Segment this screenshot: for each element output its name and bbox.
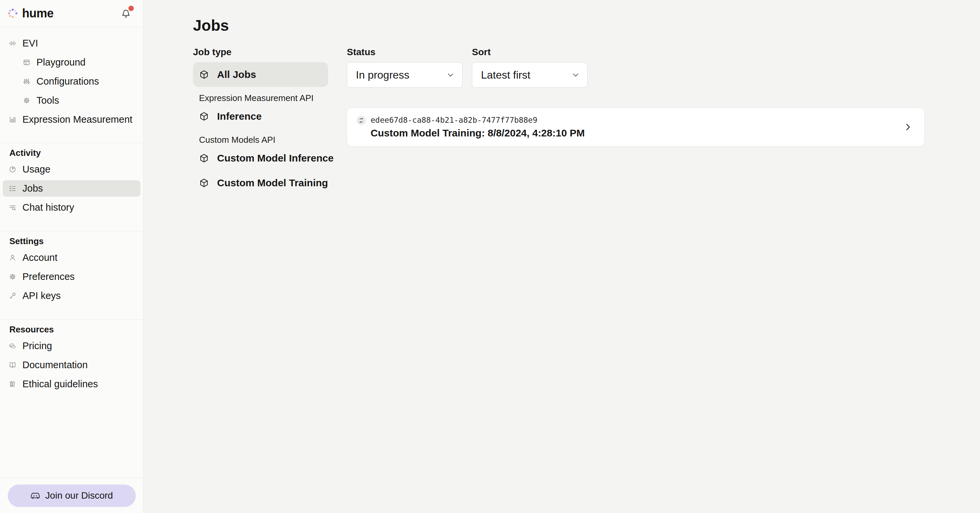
job-type-filter: Job type All Jobs Expression Measurement…	[193, 48, 328, 195]
pie-chart-icon	[9, 165, 16, 173]
sidebar-item-label: Ethical guidelines	[22, 378, 98, 390]
sidebar-item-label: Preferences	[22, 271, 75, 282]
sidebar-item-api-keys[interactable]: API keys	[0, 286, 143, 305]
logo-text: hume	[22, 6, 54, 21]
job-id: edee67d8-ca88-4b21-a82b-7477f77b88e9	[371, 115, 585, 125]
sidebar-item-label: Documentation	[22, 359, 88, 370]
gear-icon	[9, 273, 16, 281]
sidebar-item-label: Account	[22, 252, 57, 263]
sidebar-item-evi[interactable]: EVI	[0, 34, 143, 53]
nav-section-evi: EVI Playground	[0, 27, 143, 143]
sidebar-item-configurations[interactable]: Configurations	[0, 72, 143, 91]
notifications-button[interactable]	[120, 8, 132, 19]
cube-icon	[199, 153, 209, 163]
job-title: Custom Model Training: 8/8/2024, 4:28:10…	[371, 127, 585, 139]
sidebar-item-usage[interactable]: Usage	[0, 160, 143, 179]
job-type-all-jobs[interactable]: All Jobs	[193, 62, 328, 87]
section-title: Activity	[0, 146, 143, 160]
book-icon	[9, 361, 16, 369]
job-type-group-header: Expression Measurement API	[193, 94, 328, 103]
page-title: Jobs	[193, 17, 924, 33]
sidebar-item-chat-history[interactable]: Chat history	[0, 198, 143, 217]
sidebar-item-label: Jobs	[22, 183, 43, 194]
sort-select-value: Latest first	[481, 69, 530, 81]
sliders-icon	[23, 78, 30, 85]
sidebar-item-jobs[interactable]: Jobs	[3, 180, 140, 197]
sidebar-item-account[interactable]: Account	[0, 248, 143, 267]
job-type-item-label: Inference	[217, 111, 262, 122]
nav-section-activity: Activity Usage Job	[0, 143, 143, 231]
sort-filter: Sort Latest first	[472, 48, 588, 87]
sidebar-item-label: Expression Measurement	[22, 114, 132, 125]
chevron-down-icon	[571, 70, 581, 80]
unread-badge	[129, 6, 134, 11]
hume-logo[interactable]: hume	[7, 6, 54, 21]
sidebar-item-label: Usage	[22, 164, 51, 175]
join-discord-button[interactable]: Join our Discord	[8, 484, 136, 507]
sidebar-item-tools[interactable]: Tools	[0, 91, 143, 110]
gear-icon	[23, 97, 30, 104]
job-type-item-label: Custom Model Inference	[217, 152, 334, 164]
discord-icon	[30, 491, 40, 501]
job-status-bubble	[356, 116, 366, 125]
sidebar-nav: EVI Playground	[0, 27, 143, 478]
sidebar-item-label: Pricing	[22, 340, 52, 351]
hume-logo-dots-icon	[7, 7, 19, 19]
job-type-item-label: All Jobs	[217, 69, 256, 80]
cube-icon	[199, 178, 209, 188]
sort-select[interactable]: Latest first	[472, 62, 588, 87]
sidebar: hume EVI	[0, 0, 143, 513]
status-label: Status	[347, 48, 463, 57]
job-type-inference[interactable]: Inference	[193, 104, 328, 129]
cube-icon	[199, 70, 209, 79]
status-filter: Status In progress	[347, 48, 463, 87]
sidebar-item-expression-measurement[interactable]: Expression Measurement	[0, 110, 143, 129]
section-title: Resources	[0, 322, 143, 337]
job-type-custom-model-training[interactable]: Custom Model Training	[193, 170, 328, 195]
chat-history-icon	[9, 204, 16, 211]
section-title: Settings	[0, 234, 143, 248]
main-content: Jobs Job type All Jobs Expression Measur…	[143, 0, 980, 513]
key-icon	[9, 292, 16, 300]
nav-section-resources: Resources Pricing	[0, 319, 143, 394]
cube-icon	[199, 111, 209, 121]
sidebar-item-label: Configurations	[37, 76, 99, 87]
bar-chart-icon	[9, 116, 16, 123]
sidebar-item-label: Chat history	[22, 202, 74, 213]
sync-icon	[358, 118, 364, 123]
coins-icon	[9, 342, 16, 350]
job-type-group-header: Custom Models API	[193, 135, 328, 145]
job-card[interactable]: edee67d8-ca88-4b21-a82b-7477f77b88e9 Cus…	[347, 108, 924, 146]
sidebar-item-label: API keys	[22, 290, 60, 301]
nav-section-settings: Settings Account P	[0, 231, 143, 319]
books-icon	[9, 380, 16, 388]
status-select[interactable]: In progress	[347, 62, 463, 87]
discord-button-label: Join our Discord	[45, 490, 113, 501]
sidebar-item-label: Tools	[37, 95, 59, 106]
chevron-right-icon	[903, 122, 913, 132]
waveform-icon	[9, 40, 16, 47]
sort-label: Sort	[472, 48, 588, 57]
sidebar-header: hume	[0, 0, 143, 27]
sidebar-item-pricing[interactable]: Pricing	[0, 337, 143, 356]
job-type-label: Job type	[193, 48, 328, 57]
layout-icon	[23, 59, 30, 66]
job-type-item-label: Custom Model Training	[217, 177, 328, 189]
person-icon	[9, 254, 16, 262]
job-card-info: edee67d8-ca88-4b21-a82b-7477f77b88e9 Cus…	[356, 115, 585, 139]
sidebar-item-ethical-guidelines[interactable]: Ethical guidelines	[0, 375, 143, 394]
checklist-icon	[9, 184, 16, 192]
chevron-down-icon	[445, 70, 455, 80]
status-select-value: In progress	[356, 69, 409, 81]
jobs-results-area: Status In progress Sort Latest first	[347, 48, 924, 146]
job-type-custom-model-inference[interactable]: Custom Model Inference	[193, 146, 328, 170]
sidebar-item-playground[interactable]: Playground	[0, 53, 143, 72]
sidebar-item-documentation[interactable]: Documentation	[0, 356, 143, 375]
sidebar-item-label: Playground	[37, 57, 86, 68]
sidebar-item-preferences[interactable]: Preferences	[0, 267, 143, 286]
sidebar-footer: Join our Discord	[0, 478, 143, 513]
sidebar-item-label: EVI	[22, 38, 38, 49]
